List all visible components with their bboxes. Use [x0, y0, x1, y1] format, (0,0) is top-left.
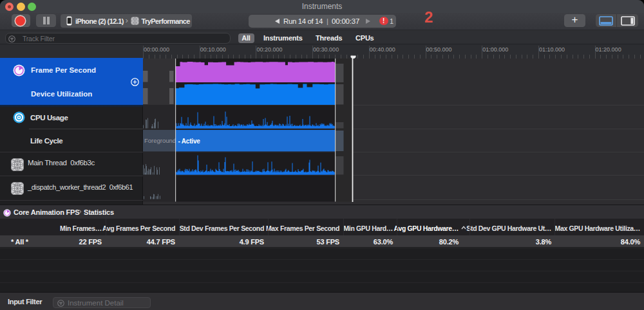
svg-text:- Active: - Active	[178, 138, 201, 145]
svg-text:Foreground: Foreground	[144, 137, 176, 144]
